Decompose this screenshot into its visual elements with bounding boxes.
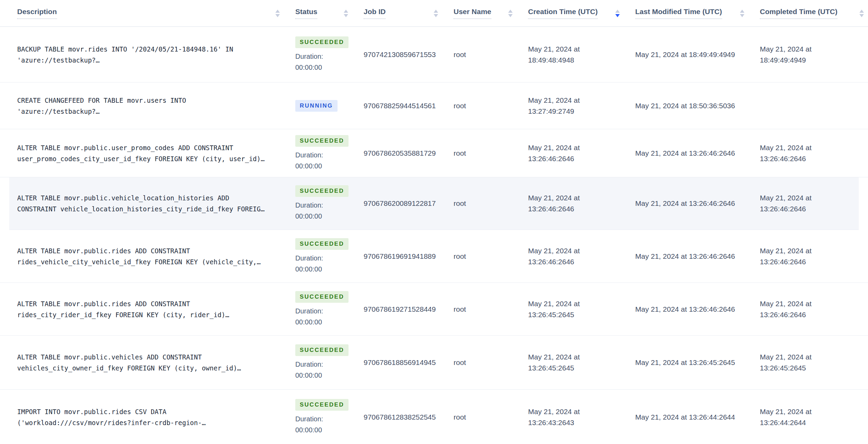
table-row: ALTER TABLE movr.public.vehicles ADD CON… — [0, 336, 868, 390]
column-header-completed[interactable]: Completed Time (UTC) — [760, 0, 868, 26]
user-name: root — [454, 102, 466, 110]
creation-time-cell: May 21, 2024 at 13:27:49:2749 — [528, 95, 635, 117]
job-description-link[interactable]: ALTER TABLE movr.public.rides ADD CONSTR… — [17, 245, 295, 267]
job-description-link[interactable]: ALTER TABLE movr.public.vehicle_location… — [17, 192, 295, 214]
creation-time: May 21, 2024 at 13:26:43:2643 — [528, 406, 595, 428]
user-name: root — [454, 51, 466, 58]
duration-value: 00:00:00 — [295, 211, 322, 222]
jobs-table-body: BACKUP TABLE movr.rides INTO '/2024/05/2… — [0, 27, 868, 444]
job-description-line: ALTER TABLE movr.public.user_promo_codes… — [17, 142, 285, 153]
sort-icon — [434, 10, 438, 17]
user-name-cell: root — [454, 49, 528, 60]
user-name: root — [454, 413, 466, 421]
last-modified-time-cell: May 21, 2024 at 13:26:46:2646 — [635, 148, 760, 159]
job-description-link[interactable]: ALTER TABLE movr.public.vehicles ADD CON… — [17, 352, 295, 374]
user-name-cell: root — [454, 100, 528, 111]
sort-icon — [615, 10, 620, 17]
creation-time-cell: May 21, 2024 at 13:26:45:2645 — [528, 352, 635, 374]
last-modified-time-cell: May 21, 2024 at 18:50:36:5036 — [635, 100, 760, 111]
job-id: 970678612838252545 — [364, 413, 436, 421]
table-row: BACKUP TABLE movr.rides INTO '/2024/05/2… — [0, 27, 868, 82]
job-id: 970678620089122817 — [364, 199, 436, 207]
column-header-label: User Name — [454, 8, 491, 19]
job-description-link[interactable]: IMPORT INTO movr.public.rides CSV DATA('… — [17, 406, 295, 428]
job-status-cell: SUCCEEDEDDuration:00:00:00 — [295, 344, 364, 381]
creation-time-cell: May 21, 2024 at 13:26:45:2645 — [528, 298, 635, 320]
last-modified-time: May 21, 2024 at 13:26:46:2646 — [635, 305, 735, 313]
column-header-modified[interactable]: Last Modified Time (UTC) — [635, 0, 760, 26]
column-header-status[interactable]: Status — [295, 0, 364, 26]
duration-label: Duration: — [295, 149, 323, 160]
user-name-cell: root — [454, 304, 528, 315]
table-row: IMPORT INTO movr.public.rides CSV DATA('… — [0, 390, 868, 444]
job-description-link[interactable]: BACKUP TABLE movr.rides INTO '/2024/05/2… — [17, 44, 295, 66]
creation-time: May 21, 2024 at 18:49:48:4948 — [528, 44, 595, 66]
user-name: root — [454, 149, 466, 157]
job-description-link[interactable]: ALTER TABLE movr.public.user_promo_codes… — [17, 142, 295, 164]
duration-label: Duration: — [295, 413, 323, 424]
duration-label: Duration: — [295, 359, 323, 370]
duration-value: 00:00:00 — [295, 264, 322, 275]
user-name-cell: root — [454, 412, 528, 423]
job-description-link[interactable]: ALTER TABLE movr.public.rides ADD CONSTR… — [17, 298, 295, 320]
completed-time-cell: May 21, 2024 at 13:26:44:2644 — [760, 406, 868, 428]
job-status-cell: SUCCEEDEDDuration:00:00:00 — [295, 399, 364, 435]
job-description-line: CREATE CHANGEFEED FOR TABLE movr.users I… — [17, 95, 285, 106]
user-name-cell: root — [454, 357, 528, 368]
table-row: ALTER TABLE movr.public.vehicle_location… — [9, 177, 859, 230]
column-header-desc[interactable]: Description — [17, 0, 295, 26]
job-description-line: ('workload:///csv/movr/rides?infer-crdb-… — [17, 417, 285, 428]
job-id: 970678619271528449 — [364, 305, 436, 313]
job-description-line: ALTER TABLE movr.public.vehicles ADD CON… — [17, 352, 285, 363]
job-description-line: ALTER TABLE movr.public.rides ADD CONSTR… — [17, 245, 285, 256]
user-name-cell: root — [454, 251, 528, 262]
job-description-link[interactable]: CREATE CHANGEFEED FOR TABLE movr.users I… — [17, 95, 295, 117]
job-status-cell: SUCCEEDEDDuration:00:00:00 — [295, 238, 364, 275]
user-name: root — [454, 199, 466, 207]
creation-time: May 21, 2024 at 13:26:46:2646 — [528, 245, 595, 267]
job-status-cell: RUNNING — [295, 100, 364, 112]
job-id: 970678620535881729 — [364, 149, 436, 157]
creation-time: May 21, 2024 at 13:26:45:2645 — [528, 298, 595, 320]
column-header-label: Job ID — [364, 8, 386, 19]
creation-time-cell: May 21, 2024 at 13:26:46:2646 — [528, 245, 635, 267]
job-status-cell: SUCCEEDEDDuration:00:00:00 — [295, 291, 364, 328]
job-description-line: IMPORT INTO movr.public.rides CSV DATA — [17, 406, 285, 417]
duration-label: Duration: — [295, 306, 323, 317]
jobs-table-header: DescriptionStatusJob IDUser NameCreation… — [0, 0, 868, 27]
job-id-cell: 970678825944514561 — [364, 100, 454, 111]
job-id-cell: 970742130859671553 — [364, 49, 454, 60]
creation-time: May 21, 2024 at 13:26:46:2646 — [528, 192, 595, 214]
creation-time-cell: May 21, 2024 at 18:49:48:4948 — [528, 44, 635, 66]
status-badge: SUCCEEDED — [295, 238, 349, 250]
duration-value: 00:00:00 — [295, 370, 322, 381]
job-status-cell: SUCCEEDEDDuration:00:00:00 — [295, 36, 364, 73]
user-name-cell: root — [454, 148, 528, 159]
sort-icon — [740, 10, 744, 17]
job-id-cell: 970678620535881729 — [364, 148, 454, 159]
duration-value: 00:00:00 — [295, 160, 322, 171]
column-header-user[interactable]: User Name — [454, 0, 528, 26]
status-badge: SUCCEEDED — [295, 185, 349, 197]
job-id: 970678618856914945 — [364, 358, 436, 366]
creation-time: May 21, 2024 at 13:26:46:2646 — [528, 142, 595, 164]
duration-label: Duration: — [295, 200, 323, 211]
job-id: 970742130859671553 — [364, 51, 436, 58]
last-modified-time-cell: May 21, 2024 at 13:26:46:2646 — [635, 304, 760, 315]
job-description-line: user_promo_codes_city_user_id_fkey FOREI… — [17, 153, 285, 164]
completed-time-cell: May 21, 2024 at 18:49:49:4949 — [760, 44, 868, 66]
last-modified-time-cell: May 21, 2024 at 18:49:49:4949 — [635, 49, 760, 60]
job-id: 970678619691941889 — [364, 252, 436, 260]
job-id-cell: 970678619691941889 — [364, 251, 454, 262]
status-badge: SUCCEEDED — [295, 399, 349, 411]
duration-value: 00:00:00 — [295, 424, 322, 435]
creation-time-cell: May 21, 2024 at 13:26:43:2643 — [528, 406, 635, 428]
sort-icon — [275, 10, 280, 17]
creation-time: May 21, 2024 at 13:26:45:2645 — [528, 352, 595, 374]
completed-time: May 21, 2024 at 13:26:46:2646 — [760, 142, 827, 164]
column-header-jobid[interactable]: Job ID — [364, 0, 454, 26]
table-row: ALTER TABLE movr.public.user_promo_codes… — [0, 129, 868, 177]
completed-time: May 21, 2024 at 13:26:46:2646 — [760, 192, 827, 214]
completed-time: May 21, 2024 at 13:26:44:2644 — [760, 406, 827, 428]
column-header-created[interactable]: Creation Time (UTC) — [528, 0, 635, 26]
